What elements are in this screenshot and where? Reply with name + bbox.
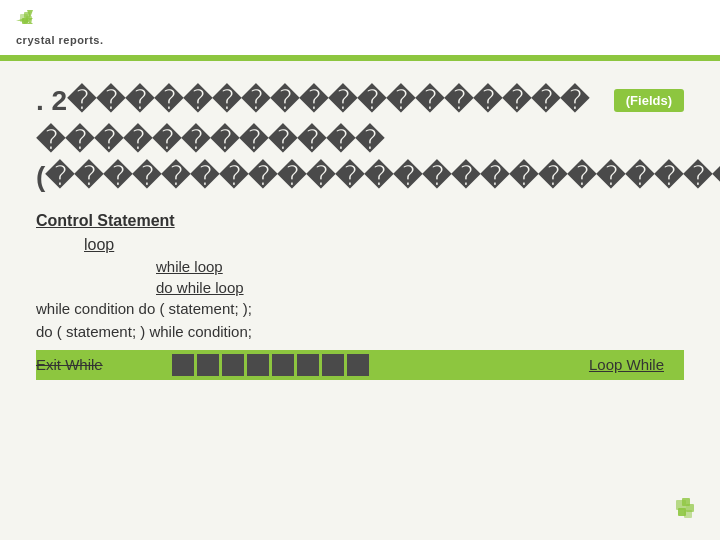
while-loop-label: while loop [156,258,684,275]
subtitle-thai2-text: ������������ [36,125,384,156]
svg-rect-5 [26,16,32,22]
title-thai1: ������������������ [67,85,589,116]
do-while-loop-label: do while loop [156,279,684,296]
title-row: . 2������������������ (Fields) [36,85,684,117]
fields-badge: (Fields) [614,89,684,112]
header: crystal reports. [0,0,720,58]
bottom-crystal-icon [674,498,702,526]
exit-while-label: Exit While [36,356,156,373]
square-7 [322,354,344,376]
square-8 [347,354,369,376]
square-2 [197,354,219,376]
square-1 [172,354,194,376]
exit-while-row: Exit While Loop While [36,350,684,380]
bottom-logo-svg [674,498,702,526]
subtitle-paren-text: (������������������������������ [36,161,720,192]
do-statement-line: do ( statement; ) while condition; [36,323,684,340]
control-statement-label: Control Statement [36,212,684,230]
main-content: . 2������������������ (Fields) ���������… [0,61,720,404]
square-6 [297,354,319,376]
square-3 [222,354,244,376]
title-part1: . 2 [36,85,67,116]
svg-rect-10 [684,510,692,518]
logo-area: crystal reports. [16,10,103,46]
while-condition-line: while condition do ( statement; ); [36,300,684,317]
crystal-reports-icon [16,10,46,32]
subtitle-thai2: ������������ [36,125,684,157]
loop-label: loop [84,236,684,254]
subtitle-paren: (������������������������������ [36,161,684,193]
squares-area [172,354,581,376]
square-4 [247,354,269,376]
loop-while-label: Loop While [589,356,664,373]
square-5 [272,354,294,376]
logo-text: crystal reports. [16,34,103,46]
main-title: . 2������������������ [36,85,602,117]
